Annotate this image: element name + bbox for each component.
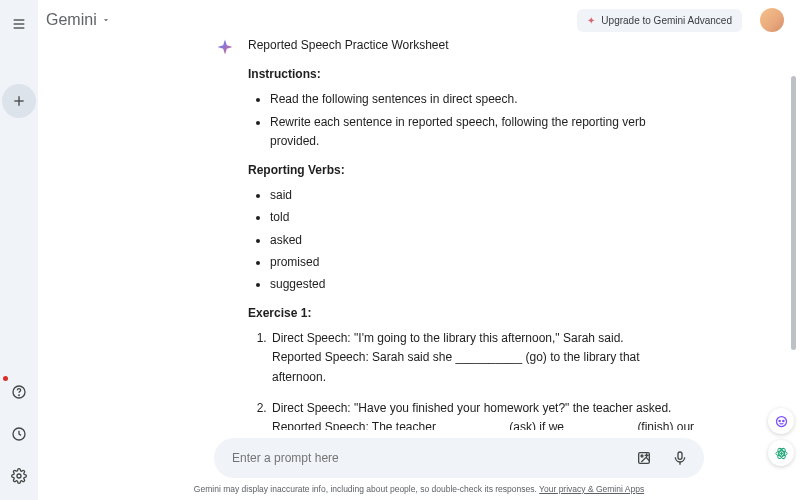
upload-image-icon[interactable] — [630, 444, 658, 472]
svg-rect-8 — [639, 453, 650, 464]
chevron-down-icon — [101, 15, 111, 25]
prompt-area — [38, 430, 800, 480]
floating-buttons — [768, 408, 794, 466]
footer-privacy-link[interactable]: Your privacy & Gemini Apps — [539, 484, 644, 494]
instructions-heading: Instructions: — [248, 65, 696, 84]
exercise-item: Direct Speech: "Have you finished your h… — [270, 399, 696, 430]
spark-icon: ✦ — [587, 15, 595, 26]
brand-dropdown[interactable]: Gemini — [46, 11, 111, 29]
response-title: Reported Speech Practice Worksheet — [248, 36, 696, 55]
footer-text: Gemini may display inaccurate info, incl… — [194, 484, 537, 494]
settings-icon[interactable] — [5, 462, 33, 490]
svg-rect-12 — [678, 452, 682, 459]
menu-icon[interactable] — [5, 10, 33, 38]
footer-disclaimer: Gemini may display inaccurate info, incl… — [38, 480, 800, 500]
upgrade-label: Upgrade to Gemini Advanced — [601, 15, 732, 26]
reported-label: Reported Speech: — [272, 350, 369, 364]
direct-text: "Have you finished your homework yet?" t… — [351, 401, 672, 415]
list-item: suggested — [270, 275, 696, 294]
floater-bot-icon[interactable] — [768, 408, 794, 434]
direct-label: Direct Speech: — [272, 401, 351, 415]
main-area: Gemini ✦ Upgrade to Gemini Advanced Repo… — [38, 0, 800, 500]
verbs-heading: Reporting Verbs: — [248, 161, 696, 180]
prompt-input[interactable] — [232, 451, 622, 465]
svg-point-9 — [641, 455, 643, 457]
svg-point-16 — [782, 420, 783, 421]
assistant-message: Reported Speech Practice Worksheet Instr… — [216, 36, 696, 430]
list-item: said — [270, 186, 696, 205]
svg-point-7 — [17, 474, 21, 478]
exercise-list: Direct Speech: "I'm going to the library… — [248, 329, 696, 430]
floater-atom-icon[interactable] — [768, 440, 794, 466]
left-rail — [0, 0, 38, 500]
list-item: Read the following sentences in direct s… — [270, 90, 696, 109]
gemini-spark-icon — [216, 38, 234, 56]
list-item: told — [270, 208, 696, 227]
scrollbar[interactable] — [791, 76, 796, 350]
svg-point-20 — [780, 452, 782, 454]
brand-label: Gemini — [46, 11, 97, 29]
top-bar: Gemini ✦ Upgrade to Gemini Advanced — [38, 0, 800, 36]
conversation-scroll[interactable]: Reported Speech Practice Worksheet Instr… — [38, 36, 800, 430]
svg-point-6 — [18, 395, 19, 396]
instructions-list: Read the following sentences in direct s… — [248, 90, 696, 151]
verbs-list: said told asked promised suggested — [248, 186, 696, 294]
new-chat-button[interactable] — [2, 84, 36, 118]
avatar[interactable] — [760, 8, 784, 32]
svg-point-15 — [779, 420, 780, 421]
svg-point-14 — [776, 416, 786, 426]
direct-text: "I'm going to the library this afternoon… — [351, 331, 624, 345]
direct-label: Direct Speech: — [272, 331, 351, 345]
exercise-item: Direct Speech: "I'm going to the library… — [270, 329, 696, 387]
list-item: asked — [270, 231, 696, 250]
list-item: Rewrite each sentence in reported speech… — [270, 113, 696, 151]
reported-label: Reported Speech: — [272, 420, 369, 430]
list-item: promised — [270, 253, 696, 272]
mic-icon[interactable] — [666, 444, 694, 472]
help-icon[interactable] — [5, 378, 33, 406]
upgrade-button[interactable]: ✦ Upgrade to Gemini Advanced — [577, 9, 742, 32]
prompt-bar — [214, 438, 704, 478]
history-icon[interactable] — [5, 420, 33, 448]
exercise-heading: Exercise 1: — [248, 304, 696, 323]
